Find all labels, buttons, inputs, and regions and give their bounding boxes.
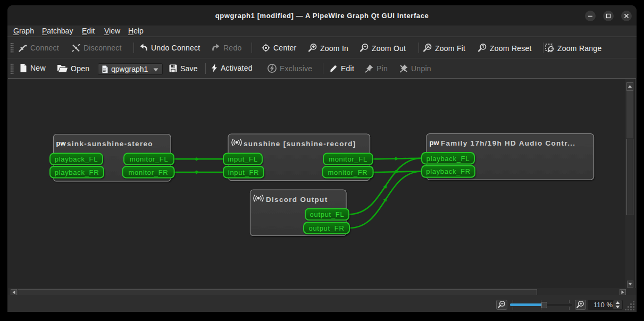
- svg-text:pw: pw: [430, 139, 440, 147]
- svg-text:sink-sunshine-stereo: sink-sunshine-stereo: [67, 140, 153, 148]
- svg-text:playback_FL: playback_FL: [55, 155, 98, 163]
- svg-text:monitor_FL: monitor_FL: [130, 155, 169, 163]
- svg-text:monitor_FR: monitor_FR: [328, 168, 368, 176]
- svg-text:output_FL: output_FL: [310, 210, 345, 218]
- svg-text:Discord Output: Discord Output: [266, 196, 328, 204]
- svg-text:playback_FR: playback_FR: [426, 167, 471, 175]
- svg-text:monitor_FL: monitor_FL: [329, 155, 367, 163]
- svg-text:playback_FR: playback_FR: [55, 168, 99, 176]
- svg-text:input_FL: input_FL: [228, 155, 257, 163]
- svg-text:Family 17h/19h HD Audio Contr.: Family 17h/19h HD Audio Contr...: [441, 139, 575, 147]
- svg-text:input_FR: input_FR: [228, 168, 259, 176]
- svg-text:pw: pw: [56, 139, 66, 147]
- svg-text:playback_FL: playback_FL: [426, 155, 470, 163]
- svg-text:sunshine [sunshine-record]: sunshine [sunshine-record]: [244, 140, 356, 148]
- svg-text:output_FR: output_FR: [308, 224, 344, 232]
- svg-text:monitor_FR: monitor_FR: [129, 168, 169, 176]
